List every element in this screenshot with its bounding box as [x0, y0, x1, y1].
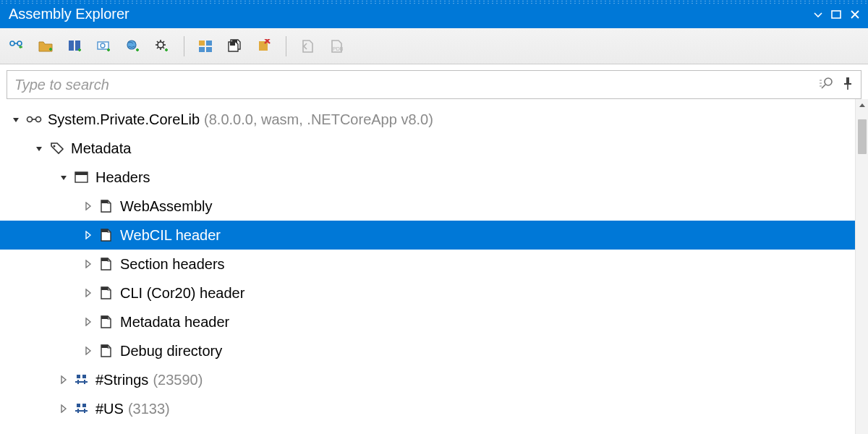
tree-item-label: Metadata header [120, 314, 229, 331]
svg-rect-27 [846, 77, 849, 83]
svg-line-16 [157, 47, 158, 48]
tree-item-cli-header[interactable]: CLI (Cor20) header [0, 278, 868, 307]
svg-rect-3 [69, 41, 74, 51]
file-header-icon [98, 343, 114, 359]
pin-icon[interactable] [842, 76, 854, 93]
expander-collapsed-icon[interactable] [58, 403, 69, 414]
open-from-gac-button[interactable] [7, 36, 27, 56]
tree-item-label: WebCIL header [120, 227, 221, 244]
svg-point-33 [54, 145, 56, 148]
tree-item-label: WebAssembly [120, 198, 212, 215]
expander-collapsed-icon[interactable] [58, 374, 69, 386]
tree-item-headers[interactable]: Headers [0, 163, 868, 192]
maximize-icon[interactable] [830, 9, 842, 20]
scroll-thumb[interactable] [858, 119, 867, 154]
tree-item-debug-directory[interactable]: Debug directory [0, 336, 868, 365]
svg-line-15 [163, 41, 164, 43]
svg-point-30 [27, 117, 33, 122]
window-title: Assembly Explorer [9, 6, 129, 22]
file-header-icon [98, 198, 114, 214]
svg-rect-0 [832, 11, 841, 18]
search-icon[interactable] [819, 75, 835, 94]
svg-point-7 [127, 41, 136, 49]
navigate-file-button[interactable] [298, 36, 318, 56]
titlebar: Assembly Explorer [0, 0, 868, 28]
search-input[interactable] [14, 77, 812, 93]
svg-point-2 [17, 41, 22, 46]
tree-item-label: Headers [95, 169, 150, 186]
open-nuget-button[interactable] [65, 36, 85, 56]
tree-item-strings[interactable]: #Strings (23590) [0, 365, 868, 394]
svg-rect-20 [206, 47, 212, 52]
tree-item-label: System.Private.CoreLib [48, 111, 200, 128]
tree-item-metadata-header[interactable]: Metadata header [0, 307, 868, 336]
scroll-up-icon[interactable] [856, 99, 868, 112]
tree-item-webcil-header[interactable]: WebCIL header [0, 221, 868, 250]
open-settings-drive-button[interactable] [94, 36, 114, 56]
search-bar [7, 70, 861, 99]
svg-rect-36 [101, 200, 108, 203]
window-tile-button[interactable] [196, 36, 216, 56]
window-controls [813, 9, 861, 20]
svg-text:PDB: PDB [333, 46, 344, 51]
toolbar-separator [286, 36, 286, 56]
tree-item-us[interactable]: #US (3133) [0, 394, 868, 423]
tree-item-label: Debug directory [120, 343, 222, 359]
close-icon[interactable] [849, 9, 861, 20]
expander-expanded-icon[interactable] [58, 171, 69, 183]
open-gear-button[interactable] [152, 36, 172, 56]
svg-line-13 [157, 41, 158, 43]
open-world-button[interactable] [123, 36, 143, 56]
options-dropdown-icon[interactable] [813, 9, 823, 20]
svg-rect-43 [82, 375, 86, 378]
svg-rect-48 [82, 404, 86, 407]
svg-rect-22 [230, 42, 235, 46]
tree-item-meta: (23590) [153, 372, 203, 388]
tag-icon [49, 140, 65, 156]
window-header-icon [74, 169, 90, 185]
tree-item-label: Section headers [120, 256, 225, 273]
expander-collapsed-icon[interactable] [82, 345, 94, 357]
vertical-scrollbar[interactable] [855, 99, 868, 434]
expander-collapsed-icon[interactable] [82, 316, 94, 328]
file-header-icon [98, 314, 114, 330]
expander-collapsed-icon[interactable] [82, 229, 94, 241]
tree-item-webassembly[interactable]: WebAssembly [0, 192, 868, 221]
svg-rect-28 [844, 83, 851, 85]
table-data-icon [74, 372, 90, 388]
svg-rect-18 [206, 41, 212, 46]
svg-rect-42 [77, 375, 80, 378]
expander-collapsed-icon[interactable] [82, 258, 94, 270]
svg-rect-37 [101, 229, 108, 232]
svg-line-14 [163, 47, 164, 48]
svg-rect-23 [259, 43, 268, 51]
expander-collapsed-icon[interactable] [82, 287, 94, 299]
tree-item-section-headers[interactable]: Section headers [0, 250, 868, 278]
svg-rect-39 [101, 287, 108, 290]
save-all-button[interactable] [225, 36, 245, 56]
svg-rect-47 [77, 404, 80, 407]
clear-button[interactable] [254, 36, 274, 56]
expander-expanded-icon[interactable] [10, 114, 22, 125]
titlebar-grip-pattern [0, 0, 868, 5]
svg-rect-17 [199, 41, 205, 46]
pdb-file-button[interactable]: PDB [327, 36, 347, 56]
table-data-icon [74, 401, 90, 417]
tree-item-assembly[interactable]: System.Private.CoreLib (8.0.0.0, wasm, .… [0, 105, 868, 134]
expander-expanded-icon[interactable] [33, 142, 45, 154]
toolbar: PDB [0, 28, 868, 64]
svg-point-1 [10, 41, 14, 46]
file-header-icon [98, 285, 114, 301]
svg-rect-40 [101, 316, 108, 319]
svg-rect-41 [101, 345, 108, 348]
tree-item-metadata[interactable]: Metadata [0, 134, 868, 163]
svg-point-8 [158, 42, 163, 48]
open-folder-button[interactable] [36, 36, 56, 56]
expander-collapsed-icon[interactable] [82, 200, 94, 212]
tree-item-meta: (3133) [128, 401, 170, 417]
tree-item-label: CLI (Cor20) header [120, 285, 244, 302]
tree-item-label: #Strings [95, 372, 148, 388]
file-header-icon [98, 227, 114, 243]
svg-rect-38 [101, 258, 108, 261]
tree-item-label: Metadata [71, 140, 131, 157]
